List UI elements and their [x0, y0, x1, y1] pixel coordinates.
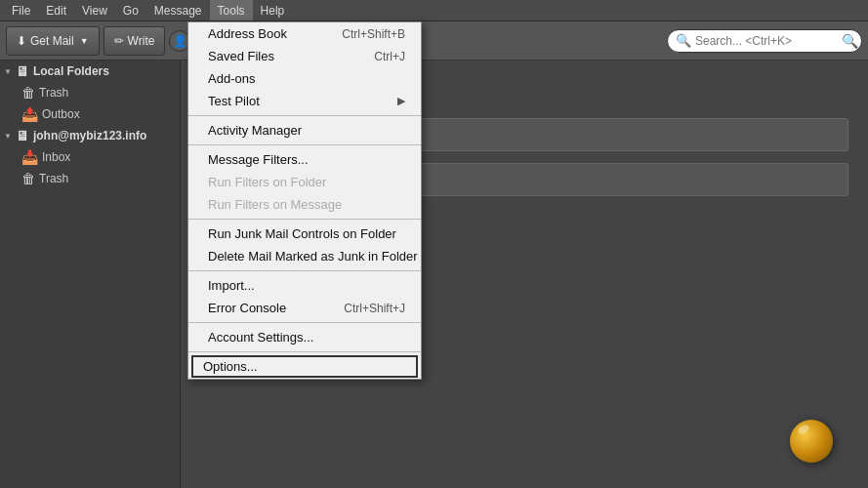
separator-2 — [188, 144, 421, 145]
account-server-icon: 🖥 — [16, 128, 29, 143]
menu-item-message-filters[interactable]: Message Filters... — [188, 148, 421, 171]
get-mail-label: Get Mail — [30, 34, 74, 48]
sidebar-account-label: john@mybiz123.info — [33, 129, 146, 142]
menu-message[interactable]: Message — [146, 0, 210, 20]
address-book-label: Address Book — [208, 26, 287, 41]
tools-dropdown-menu: Address Book Ctrl+Shift+B Saved Files Ct… — [187, 21, 422, 380]
menu-item-saved-files[interactable]: Saved Files Ctrl+J — [188, 45, 421, 67]
sidebar-group-account[interactable]: ▼ 🖥 john@mybiz123.info — [0, 125, 180, 146]
menubar: File Edit View Go Message Tools Help — [0, 0, 868, 21]
addons-label: Add-ons — [208, 71, 255, 86]
collapse-triangle-icon: ▼ — [4, 67, 12, 76]
menu-item-activity-manager[interactable]: Activity Manager — [188, 119, 421, 142]
inbox-label: Inbox — [42, 150, 70, 164]
get-mail-button[interactable]: ⬇ Get Mail ▼ — [6, 26, 100, 56]
thunderbird-logo — [790, 420, 839, 468]
separator-3 — [188, 219, 421, 220]
menu-item-delete-junk[interactable]: Delete Mail Marked as Junk in Folder — [188, 245, 421, 267]
menu-item-import[interactable]: Import... — [188, 274, 421, 297]
separator-4 — [188, 270, 421, 271]
write-label: Write — [128, 34, 155, 48]
write-button[interactable]: ✏ Write — [103, 26, 166, 56]
junk-controls-label: Run Junk Mail Controls on Folder — [208, 226, 396, 241]
menu-item-run-filters-message: Run Filters on Message — [188, 193, 421, 216]
saved-files-label: Saved Files — [208, 49, 274, 63]
submenu-arrow-icon: ▶ — [397, 95, 405, 107]
sidebar-local-folders-label: Local Folders — [33, 64, 109, 78]
main-layout: ▼ 🖥 Local Folders 🗑 Trash 📤 Outbox ▼ 🖥 j… — [0, 61, 868, 488]
get-mail-icon: ⬇ — [17, 34, 26, 48]
menu-edit[interactable]: Edit — [38, 0, 74, 20]
search-input[interactable] — [695, 34, 842, 48]
activity-manager-label: Activity Manager — [208, 123, 302, 138]
menu-tools[interactable]: Tools — [210, 0, 253, 20]
search-bar: 🔍 🔍 — [667, 29, 862, 53]
sidebar-group-local-folders[interactable]: ▼ 🖥 Local Folders — [0, 61, 180, 82]
menu-item-test-pilot[interactable]: Test Pilot ▶ — [188, 90, 421, 112]
menu-view[interactable]: View — [74, 0, 115, 20]
outbox-label: Outbox — [42, 107, 80, 121]
menu-go[interactable]: Go — [115, 0, 146, 20]
menu-item-address-book[interactable]: Address Book Ctrl+Shift+B — [188, 22, 421, 45]
search-icon: 🔍 — [676, 33, 691, 48]
toolbar: ⬇ Get Mail ▼ ✏ Write 👤 🔍 🔍 — [0, 21, 868, 61]
menu-item-error-console[interactable]: Error Console Ctrl+Shift+J — [188, 297, 421, 319]
run-filters-message-label: Run Filters on Message — [208, 197, 342, 212]
test-pilot-label: Test Pilot — [208, 94, 260, 108]
separator-5 — [188, 322, 421, 323]
avatar-icon: 👤 — [173, 34, 187, 48]
menu-item-run-filters-folder: Run Filters on Folder — [188, 171, 421, 193]
address-book-shortcut: Ctrl+Shift+B — [342, 27, 405, 41]
menu-item-account-settings[interactable]: Account Settings... — [188, 326, 421, 348]
menu-item-options[interactable]: Options... — [191, 355, 418, 378]
import-label: Import... — [208, 278, 255, 293]
sidebar-item-inbox[interactable]: 📥 Inbox — [0, 146, 180, 168]
trash-local-icon: 🗑 — [21, 85, 35, 101]
sidebar: ▼ 🖥 Local Folders 🗑 Trash 📤 Outbox ▼ 🖥 j… — [0, 61, 181, 488]
message-filters-label: Message Filters... — [208, 152, 309, 167]
separator-1 — [188, 115, 421, 116]
menu-help[interactable]: Help — [253, 0, 293, 20]
folder-icon: 🖥 — [16, 63, 29, 79]
trash-account-label: Trash — [39, 172, 68, 185]
outbox-icon: 📤 — [21, 106, 38, 122]
sidebar-item-trash-local[interactable]: 🗑 Trash — [0, 82, 180, 103]
options-label: Options... — [203, 359, 258, 374]
sidebar-item-outbox[interactable]: 📤 Outbox — [0, 103, 180, 125]
sidebar-item-trash-account[interactable]: 🗑 Trash — [0, 168, 180, 189]
menu-file[interactable]: File — [4, 0, 38, 20]
error-console-label: Error Console — [208, 301, 286, 315]
account-settings-label: Account Settings... — [208, 330, 313, 345]
error-console-shortcut: Ctrl+Shift+J — [344, 302, 405, 315]
trash-local-label: Trash — [39, 86, 68, 100]
menu-item-addons[interactable]: Add-ons — [188, 67, 421, 90]
trash-account-icon: 🗑 — [21, 171, 35, 186]
get-mail-dropdown-icon[interactable]: ▼ — [80, 36, 89, 46]
inbox-icon: 📥 — [21, 149, 38, 165]
run-filters-folder-label: Run Filters on Folder — [208, 175, 326, 189]
separator-6 — [188, 351, 421, 352]
collapse-account-triangle-icon: ▼ — [4, 132, 12, 141]
search-submit-icon[interactable]: 🔍 — [842, 33, 858, 49]
delete-junk-label: Delete Mail Marked as Junk in Folder — [208, 249, 418, 264]
menu-item-junk-controls[interactable]: Run Junk Mail Controls on Folder — [188, 223, 421, 245]
write-icon: ✏ — [114, 34, 124, 48]
saved-files-shortcut: Ctrl+J — [374, 50, 405, 63]
